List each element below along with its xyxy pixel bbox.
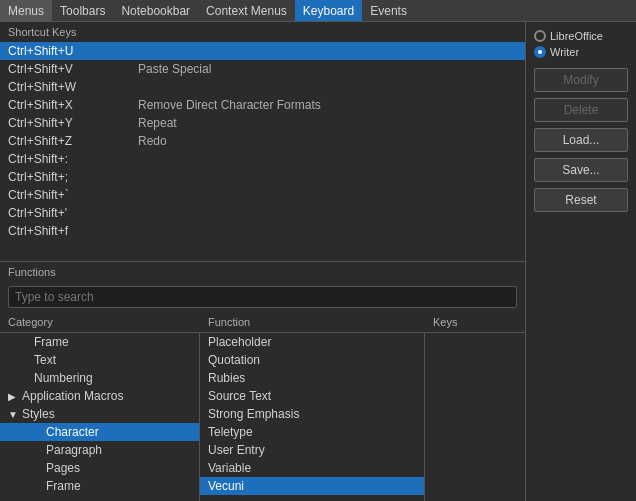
shortcut-desc: Paste Special: [138, 62, 517, 76]
menu-item-keyboard[interactable]: Keyboard: [295, 0, 362, 21]
function-item[interactable]: Vecuni: [200, 477, 424, 495]
category-item-label: Paragraph: [46, 443, 102, 457]
shortcut-list: Ctrl+Shift+UCtrl+Shift+VPaste SpecialCtr…: [0, 42, 525, 262]
shortcut-key: Ctrl+Shift+;: [8, 170, 138, 184]
category-item[interactable]: ▶Application Macros: [0, 387, 199, 405]
category-col-header: Category: [0, 314, 200, 330]
search-input[interactable]: [8, 286, 517, 308]
radio-option-libreoffice[interactable]: LibreOffice: [534, 30, 628, 42]
category-item[interactable]: Pages: [0, 459, 199, 477]
function-item-label: Teletype: [208, 425, 253, 439]
radio-checked-icon: [534, 46, 546, 58]
shortcut-item[interactable]: Ctrl+Shift+`: [0, 186, 525, 204]
function-item[interactable]: Source Text: [200, 387, 424, 405]
category-item[interactable]: Numbering: [0, 369, 199, 387]
menu-bar: MenusToolbarsNotebookbarContext MenusKey…: [0, 0, 636, 22]
function-item-label: Vecuni: [208, 479, 244, 493]
load-button[interactable]: Load...: [534, 128, 628, 152]
category-item[interactable]: Frame: [0, 477, 199, 495]
category-item[interactable]: Character: [0, 423, 199, 441]
function-item-label: Quotation: [208, 353, 260, 367]
shortcut-item[interactable]: Ctrl+Shift+ZRedo: [0, 132, 525, 150]
save-button[interactable]: Save...: [534, 158, 628, 182]
shortcut-item[interactable]: Ctrl+Shift+XRemove Direct Character Form…: [0, 96, 525, 114]
category-item[interactable]: ▼Styles: [0, 405, 199, 423]
shortcut-item[interactable]: Ctrl+Shift+;: [0, 168, 525, 186]
category-item[interactable]: Paragraph: [0, 441, 199, 459]
function-item-label: Variable: [208, 461, 251, 475]
shortcut-key: Ctrl+Shift+Y: [8, 116, 138, 130]
function-list: PlaceholderQuotationRubiesSource TextStr…: [200, 333, 425, 501]
shortcut-item[interactable]: Ctrl+Shift+:: [0, 150, 525, 168]
function-item-label: Placeholder: [208, 335, 271, 349]
shortcut-item[interactable]: Ctrl+Shift+YRepeat: [0, 114, 525, 132]
category-item-label: Frame: [34, 335, 69, 349]
function-item-label: User Entry: [208, 443, 265, 457]
category-item-label: Text: [34, 353, 56, 367]
category-item-label: Frame: [46, 479, 81, 493]
radio-label-text: LibreOffice: [550, 30, 603, 42]
shortcut-desc: Remove Direct Character Formats: [138, 98, 517, 112]
radio-group: LibreOfficeWriter: [534, 30, 628, 58]
shortcut-key: Ctrl+Shift+U: [8, 44, 138, 58]
shortcut-key: Ctrl+Shift+V: [8, 62, 138, 76]
delete-button[interactable]: Delete: [534, 98, 628, 122]
radio-option-writer[interactable]: Writer: [534, 46, 628, 58]
category-item-label: Styles: [22, 407, 55, 421]
modify-button[interactable]: Modify: [534, 68, 628, 92]
keys-list: [425, 333, 525, 501]
function-item[interactable]: Strong Emphasis: [200, 405, 424, 423]
radio-label-text: Writer: [550, 46, 579, 58]
shortcut-key: Ctrl+Shift+:: [8, 152, 138, 166]
category-item-label: Numbering: [34, 371, 93, 385]
columns-body: FrameTextNumbering▶Application Macros▼St…: [0, 333, 525, 501]
category-item-label: Pages: [46, 461, 80, 475]
category-item[interactable]: Text: [0, 351, 199, 369]
left-panel: Shortcut Keys Ctrl+Shift+UCtrl+Shift+VPa…: [0, 22, 526, 501]
function-item[interactable]: Rubies: [200, 369, 424, 387]
radio-unchecked-icon: [534, 30, 546, 42]
shortcut-key: Ctrl+Shift+f: [8, 224, 138, 238]
shortcut-key: Ctrl+Shift+W: [8, 80, 138, 94]
category-item-label: Application Macros: [22, 389, 123, 403]
function-item-label: Source Text: [208, 389, 271, 403]
shortcut-desc: Redo: [138, 134, 517, 148]
shortcut-item[interactable]: Ctrl+Shift+W: [0, 78, 525, 96]
keys-col-header: Keys: [425, 314, 525, 330]
reset-button[interactable]: Reset: [534, 188, 628, 212]
cat-expand-icon: ▼: [8, 409, 18, 420]
function-item[interactable]: User Entry: [200, 441, 424, 459]
shortcut-key: Ctrl+Shift+': [8, 206, 138, 220]
function-item[interactable]: Teletype: [200, 423, 424, 441]
shortcut-item[interactable]: Ctrl+Shift+U: [0, 42, 525, 60]
shortcut-key: Ctrl+Shift+`: [8, 188, 138, 202]
columns-header: Category Function Keys: [0, 312, 525, 333]
shortcut-item[interactable]: Ctrl+Shift+f: [0, 222, 525, 240]
shortcut-item[interactable]: Ctrl+Shift+VPaste Special: [0, 60, 525, 78]
menu-item-notebookbar[interactable]: Notebookbar: [113, 0, 198, 21]
category-item-label: Character: [46, 425, 99, 439]
function-item-label: Strong Emphasis: [208, 407, 299, 421]
functions-label: Functions: [0, 262, 525, 282]
category-item[interactable]: Frame: [0, 333, 199, 351]
menu-item-events[interactable]: Events: [362, 0, 415, 21]
main-content: Shortcut Keys Ctrl+Shift+UCtrl+Shift+VPa…: [0, 22, 636, 501]
menu-item-toolbars[interactable]: Toolbars: [52, 0, 113, 21]
function-item[interactable]: Placeholder: [200, 333, 424, 351]
functions-section: Functions Category Function Keys FrameTe…: [0, 262, 525, 501]
function-item-label: Rubies: [208, 371, 245, 385]
shortcut-item[interactable]: Ctrl+Shift+': [0, 204, 525, 222]
menu-item-context-menus[interactable]: Context Menus: [198, 0, 295, 21]
cat-expand-icon: ▶: [8, 391, 18, 402]
shortcut-desc: Repeat: [138, 116, 517, 130]
right-panel: LibreOfficeWriter Modify Delete Load... …: [526, 22, 636, 501]
function-item[interactable]: Quotation: [200, 351, 424, 369]
shortcut-key: Ctrl+Shift+X: [8, 98, 138, 112]
category-list: FrameTextNumbering▶Application Macros▼St…: [0, 333, 200, 501]
function-col-header: Function: [200, 314, 425, 330]
shortcut-keys-label: Shortcut Keys: [0, 22, 525, 42]
shortcut-key: Ctrl+Shift+Z: [8, 134, 138, 148]
menu-item-menus[interactable]: Menus: [0, 0, 52, 21]
function-item[interactable]: Variable: [200, 459, 424, 477]
